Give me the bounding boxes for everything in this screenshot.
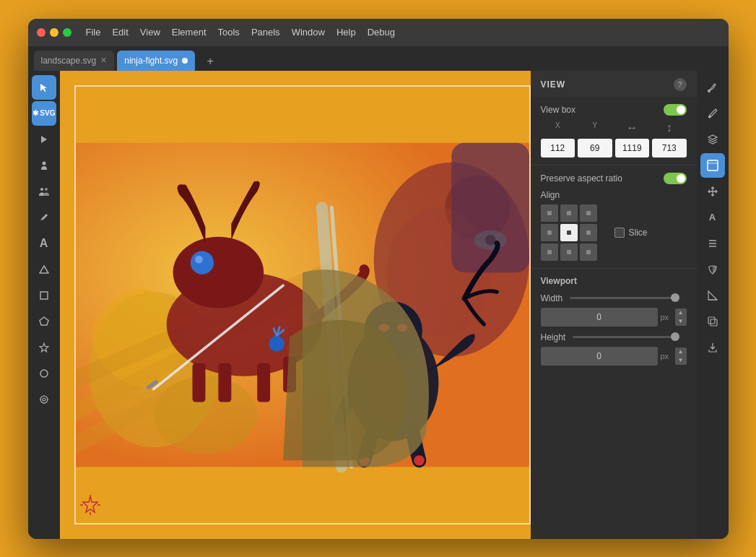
menu-tools[interactable]: Tools xyxy=(218,27,240,38)
tool-star[interactable] xyxy=(32,335,56,360)
rtool-graph[interactable] xyxy=(700,283,725,308)
slice-checkbox[interactable] xyxy=(614,228,625,238)
rtool-text[interactable]: A xyxy=(700,205,725,230)
bottom-left-icon xyxy=(80,495,100,519)
rtool-brush[interactable] xyxy=(700,75,725,100)
svg-point-8 xyxy=(43,398,45,401)
height-slider-row: Height xyxy=(541,332,687,342)
viewbox-y-input[interactable] xyxy=(578,139,612,157)
svg-point-39 xyxy=(414,455,424,465)
tab-ninja[interactable]: ninja-fight.svg xyxy=(117,51,195,71)
svg-rect-26 xyxy=(192,363,205,402)
align-cell-mr[interactable] xyxy=(580,224,597,241)
rtool-mask[interactable] xyxy=(700,257,725,282)
align-cell-mc[interactable] xyxy=(560,224,578,241)
viewbox-section: View box X Y ↔ ↕ xyxy=(531,97,697,165)
viewbox-label: View box xyxy=(541,105,575,115)
preserve-toggle[interactable] xyxy=(664,173,687,184)
menu-debug[interactable]: Debug xyxy=(368,27,395,38)
viewbox-toggle[interactable] xyxy=(664,104,687,116)
field-y-label: Y xyxy=(578,121,612,134)
text-icon: A xyxy=(40,237,48,250)
height-slider-thumb[interactable] xyxy=(671,332,679,341)
rtool-view[interactable] xyxy=(700,153,725,178)
rtool-export[interactable] xyxy=(700,335,725,360)
menu-file[interactable]: File xyxy=(86,27,101,38)
title-bar: File Edit View Element Tools Panels Wind… xyxy=(28,19,729,46)
viewbox-h-input[interactable] xyxy=(652,139,687,157)
tool-text[interactable]: A xyxy=(32,231,56,256)
tool-target[interactable] xyxy=(32,387,56,412)
svg-rect-53 xyxy=(708,317,715,324)
width-input[interactable] xyxy=(541,308,658,327)
tool-pentagon[interactable] xyxy=(32,309,56,334)
align-cell-tc[interactable] xyxy=(560,204,578,222)
tool-svg[interactable]: ✱ SVG xyxy=(32,101,56,126)
viewport-title: Viewport xyxy=(541,276,687,286)
menu-window[interactable]: Window xyxy=(292,27,325,38)
height-input[interactable] xyxy=(541,347,658,366)
slice-row: Slice xyxy=(614,228,648,238)
tool-rect[interactable] xyxy=(32,283,56,308)
menu-element[interactable]: Element xyxy=(172,27,207,38)
align-cell-ml[interactable] xyxy=(541,224,558,241)
align-label: Align xyxy=(541,190,687,200)
minimize-button[interactable] xyxy=(50,28,58,37)
width-slider-thumb[interactable] xyxy=(671,293,679,302)
rtool-duplicate[interactable] xyxy=(700,309,725,334)
viewbox-header-row: View box xyxy=(541,104,687,116)
tool-node[interactable] xyxy=(32,127,56,152)
menu-help[interactable]: Help xyxy=(336,27,356,38)
svg-point-25 xyxy=(195,255,203,263)
tab-ninja-label: ninja-fight.svg xyxy=(124,56,178,66)
height-unit: px xyxy=(661,352,672,360)
right-panel: VIEW ? View box X Y ↔ ↕ xyxy=(531,71,697,539)
tool-person[interactable] xyxy=(32,153,56,178)
width-slider-row: Width xyxy=(541,293,687,303)
viewbox-x-input[interactable] xyxy=(541,139,575,157)
width-input-row: px ▲ ▼ xyxy=(541,308,687,327)
svg-marker-5 xyxy=(40,343,48,352)
tab-landscape-close[interactable]: ✕ xyxy=(100,56,107,65)
align-cell-br[interactable] xyxy=(580,243,597,261)
height-stepper-down[interactable]: ▼ xyxy=(675,356,687,365)
svg-rect-27 xyxy=(218,363,231,402)
menu-view[interactable]: View xyxy=(140,27,160,38)
close-button[interactable] xyxy=(37,28,45,37)
height-stepper-up[interactable]: ▲ xyxy=(675,347,687,356)
align-cell-tl[interactable] xyxy=(541,204,558,222)
menu-panels[interactable]: Panels xyxy=(251,27,280,38)
menu-edit[interactable]: Edit xyxy=(112,27,128,38)
tool-circle[interactable] xyxy=(32,361,56,386)
canvas-area[interactable] xyxy=(60,71,531,539)
align-cell-bl[interactable] xyxy=(541,243,558,261)
width-stepper-up[interactable]: ▲ xyxy=(675,308,687,317)
traffic-lights xyxy=(37,28,71,37)
tool-triangle[interactable] xyxy=(32,257,56,282)
tool-select[interactable] xyxy=(32,75,56,100)
svg-point-0 xyxy=(42,161,45,165)
rtool-pen[interactable] xyxy=(700,101,725,126)
rtool-move[interactable] xyxy=(700,179,725,204)
rtool-list[interactable] xyxy=(700,231,725,256)
field-x-label: X xyxy=(541,121,575,134)
width-stepper-down[interactable]: ▼ xyxy=(675,317,687,326)
tab-ninja-unsaved xyxy=(182,58,188,64)
app-window: File Edit View Element Tools Panels Wind… xyxy=(28,19,729,539)
viewbox-w-input[interactable] xyxy=(615,139,650,157)
rtool-layers[interactable] xyxy=(700,127,725,152)
align-cell-tr[interactable] xyxy=(580,204,597,222)
width-stepper: ▲ ▼ xyxy=(675,308,687,326)
tool-persons[interactable] xyxy=(32,179,56,204)
tab-add-button[interactable]: + xyxy=(201,52,220,71)
svg-point-2 xyxy=(45,188,48,191)
align-cell-bc[interactable] xyxy=(560,243,578,261)
width-slider[interactable] xyxy=(570,297,679,299)
maximize-button[interactable] xyxy=(63,28,71,37)
panel-help-button[interactable]: ? xyxy=(674,78,687,91)
viewport-section: Viewport Width px ▲ ▼ xyxy=(531,269,697,379)
tool-pencil[interactable] xyxy=(32,205,56,230)
canvas-frame xyxy=(74,85,531,524)
height-slider[interactable] xyxy=(573,336,679,338)
tab-landscape[interactable]: landscape.svg ✕ xyxy=(34,51,115,71)
